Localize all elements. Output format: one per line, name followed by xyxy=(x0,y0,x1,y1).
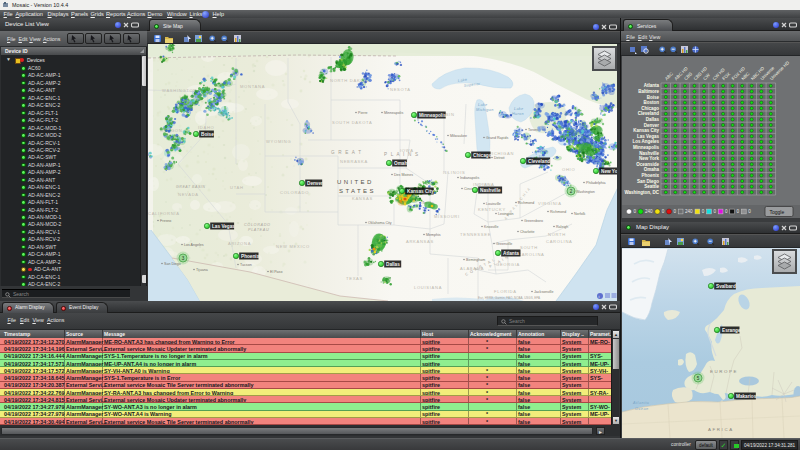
svg-text:Lake: Lake xyxy=(478,103,487,107)
svg-text:0: 0 xyxy=(662,209,665,214)
svg-text:ARKANSAS: ARKANSAS xyxy=(406,239,434,244)
svg-text:CALIFORNIA: CALIFORNIA xyxy=(148,211,180,216)
svg-text:Atlanta: Atlanta xyxy=(503,251,519,256)
svg-text:UTAH: UTAH xyxy=(230,185,244,190)
svg-text:Boise: Boise xyxy=(647,95,660,100)
svg-text:SOUTH: SOUTH xyxy=(520,245,538,250)
svg-text:MONTANA: MONTANA xyxy=(240,84,265,89)
svg-text:Philadelphia: Philadelphia xyxy=(586,181,606,185)
svg-text:0: 0 xyxy=(737,209,740,214)
svg-text:ILLINOIS: ILLINOIS xyxy=(443,170,465,175)
svg-text:UNITED: UNITED xyxy=(337,179,374,185)
svg-text:Esrange: Esrange xyxy=(722,328,741,333)
svg-text:IDAHO: IDAHO xyxy=(198,125,214,130)
svg-text:Phoenix: Phoenix xyxy=(641,173,659,178)
svg-text:Greensboro: Greensboro xyxy=(524,219,543,223)
svg-text:Greenville: Greenville xyxy=(496,242,512,246)
svg-text:Grand Rapids: Grand Rapids xyxy=(486,136,508,140)
svg-text:Los Angeles: Los Angeles xyxy=(632,139,659,144)
svg-text:Denver: Denver xyxy=(644,123,660,128)
svg-text:3: 3 xyxy=(182,256,185,261)
svg-text:Cleveland: Cleveland xyxy=(638,111,660,116)
svg-text:Kansas City: Kansas City xyxy=(633,128,659,133)
svg-text:COLORADO: COLORADO xyxy=(280,190,309,195)
svg-text:Birmingham: Birmingham xyxy=(466,258,485,262)
svg-text:G R E A T: G R E A T xyxy=(331,150,362,155)
svg-text:FLORIDA: FLORIDA xyxy=(494,289,517,294)
svg-text:PLATEAU: PLATEAU xyxy=(248,228,269,232)
svg-text:Washington, DC: Washington, DC xyxy=(624,190,659,195)
svg-text:VIRGINIA: VIRGINIA xyxy=(538,201,562,206)
svg-text:Seattle: Seattle xyxy=(644,184,659,189)
svg-text:NEBRASKA: NEBRASKA xyxy=(340,159,368,164)
svg-text:WYOMING: WYOMING xyxy=(266,139,291,144)
svg-text:Charlotte: Charlotte xyxy=(520,230,535,234)
svg-text:TENNESSEE: TENNESSEE xyxy=(460,232,491,237)
svg-text:KANSAS: KANSAS xyxy=(352,196,373,201)
svg-text:0: 0 xyxy=(633,209,636,214)
svg-text:Memphis: Memphis xyxy=(426,233,441,237)
svg-text:Huron: Huron xyxy=(512,112,524,116)
svg-text:El Paso: El Paso xyxy=(270,270,282,274)
svg-text:240: 240 xyxy=(645,209,653,214)
svg-text:Denver: Denver xyxy=(307,181,323,186)
svg-text:Raleigh: Raleigh xyxy=(556,225,568,229)
svg-text:New York: New York xyxy=(601,169,617,174)
svg-text:Detroit: Detroit xyxy=(494,156,505,160)
svg-text:NEW MEXICO: NEW MEXICO xyxy=(276,244,310,249)
svg-text:Omaha: Omaha xyxy=(394,161,410,166)
svg-text:Michigan: Michigan xyxy=(476,108,494,112)
svg-text:Tucson: Tucson xyxy=(240,263,252,267)
svg-text:WASHINGTON: WASHINGTON xyxy=(162,88,197,93)
svg-text:Svalbard: Svalbard xyxy=(716,284,736,289)
svg-text:Phoenix: Phoenix xyxy=(241,254,260,259)
svg-text:Nashville: Nashville xyxy=(639,151,659,156)
svg-text:Fresno: Fresno xyxy=(160,219,171,223)
svg-text:Richmond: Richmond xyxy=(550,210,566,214)
svg-text:NEVADA: NEVADA xyxy=(178,192,199,197)
svg-text:San Diego: San Diego xyxy=(164,262,181,266)
svg-text:i: i xyxy=(599,294,600,299)
svg-text:NESOTA: NESOTA xyxy=(390,87,411,92)
svg-text:Omaha: Omaha xyxy=(644,167,660,172)
svg-text:Nashville: Nashville xyxy=(480,188,501,193)
svg-text:Toggle: Toggle xyxy=(770,209,785,215)
svg-text:0: 0 xyxy=(673,209,676,214)
svg-text:Las Vegas: Las Vegas xyxy=(637,134,660,139)
svg-text:OHIO: OHIO xyxy=(562,167,575,172)
svg-text:Chicago: Chicago xyxy=(641,106,659,111)
svg-text:San Diego: San Diego xyxy=(637,179,659,184)
svg-text:0: 0 xyxy=(748,209,751,214)
svg-text:STATES: STATES xyxy=(339,188,376,194)
svg-text:Pierre: Pierre xyxy=(358,111,368,115)
svg-text:SOUTH DAKOTA: SOUTH DAKOTA xyxy=(332,120,372,125)
svg-text:ARIZONA: ARIZONA xyxy=(228,241,251,246)
svg-text:CAROLINA: CAROLINA xyxy=(546,239,573,244)
svg-text:CAROLINA: CAROLINA xyxy=(518,252,545,257)
svg-text:0: 0 xyxy=(725,209,728,214)
svg-text:Boston: Boston xyxy=(644,100,660,105)
svg-text:Minneapolis: Minneapolis xyxy=(419,113,446,118)
svg-text:Dallas: Dallas xyxy=(646,117,660,122)
svg-text:Kansas City: Kansas City xyxy=(407,189,434,194)
svg-text:Baltimore: Baltimore xyxy=(638,89,659,94)
svg-text:Minneapolis: Minneapolis xyxy=(633,145,659,150)
svg-text:Esri, HERE, Garmin, FAO, NOAA,: Esri, HERE, Garmin, FAO, NOAA, USGS, EPA xyxy=(478,296,540,300)
svg-text:Las Vegas: Las Vegas xyxy=(212,224,235,229)
svg-text:2: 2 xyxy=(570,189,573,194)
svg-text:Lake: Lake xyxy=(514,107,523,111)
svg-text:Minneapolis: Minneapolis xyxy=(384,111,403,115)
svg-text:Atlantic: Atlantic xyxy=(632,401,649,405)
svg-text:AFRICA: AFRICA xyxy=(708,427,734,432)
svg-text:Knoxville: Knoxville xyxy=(484,225,498,229)
svg-text:0: 0 xyxy=(713,209,716,214)
svg-text:COLORADO: COLORADO xyxy=(244,223,271,227)
svg-text:TEXAS: TEXAS xyxy=(346,276,363,281)
svg-text:Oceanside: Oceanside xyxy=(636,162,659,167)
svg-text:MISSOURI: MISSOURI xyxy=(434,214,460,219)
svg-text:GREAT BASIN: GREAT BASIN xyxy=(176,185,205,189)
svg-text:Norfolk: Norfolk xyxy=(574,212,586,216)
svg-text:0: 0 xyxy=(702,209,705,214)
svg-text:Lexington: Lexington xyxy=(498,212,514,216)
svg-text:LOUISIANA: LOUISIANA xyxy=(414,285,442,290)
